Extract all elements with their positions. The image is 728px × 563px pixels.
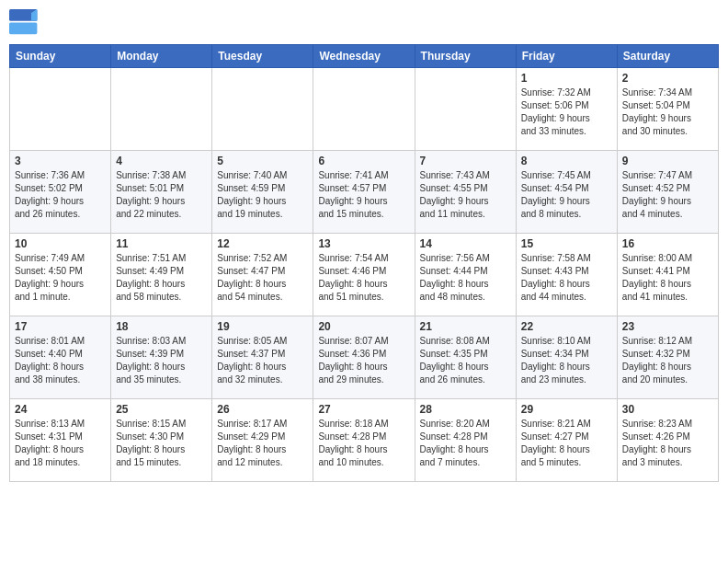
- day-info: Sunrise: 8:17 AMSunset: 4:29 PMDaylight:…: [217, 418, 308, 469]
- calendar-week-row: 3Sunrise: 7:36 AMSunset: 5:02 PMDaylight…: [10, 151, 719, 234]
- weekday-header-thursday: Thursday: [415, 45, 516, 68]
- day-info: Sunrise: 8:18 AMSunset: 4:28 PMDaylight:…: [318, 418, 409, 469]
- day-info: Sunrise: 8:20 AMSunset: 4:28 PMDaylight:…: [420, 418, 511, 469]
- day-number: 24: [15, 403, 106, 416]
- day-number: 28: [420, 403, 511, 416]
- calendar-cell: 7Sunrise: 7:43 AMSunset: 4:55 PMDaylight…: [415, 151, 516, 234]
- day-number: 8: [521, 155, 612, 167]
- calendar-cell: 8Sunrise: 7:45 AMSunset: 4:54 PMDaylight…: [516, 151, 617, 234]
- day-number: 2: [622, 72, 713, 85]
- calendar-cell: 4Sunrise: 7:38 AMSunset: 5:01 PMDaylight…: [111, 151, 212, 234]
- day-info: Sunrise: 8:01 AMSunset: 4:40 PMDaylight:…: [15, 335, 106, 386]
- day-info: Sunrise: 8:07 AMSunset: 4:36 PMDaylight:…: [318, 335, 409, 386]
- day-number: 11: [116, 237, 207, 250]
- calendar-table: SundayMondayTuesdayWednesdayThursdayFrid…: [9, 44, 719, 482]
- day-number: 25: [116, 403, 207, 416]
- weekday-header-saturday: Saturday: [617, 45, 718, 68]
- page-header: [9, 9, 719, 35]
- calendar-cell: 19Sunrise: 8:05 AMSunset: 4:37 PMDayligh…: [212, 316, 313, 399]
- day-info: Sunrise: 7:45 AMSunset: 4:54 PMDaylight:…: [521, 169, 612, 221]
- day-number: 4: [116, 155, 207, 167]
- day-number: 17: [15, 320, 106, 333]
- day-number: 19: [217, 320, 308, 333]
- logo: [9, 9, 42, 35]
- day-number: 9: [622, 155, 713, 167]
- day-info: Sunrise: 8:23 AMSunset: 4:26 PMDaylight:…: [622, 418, 713, 469]
- day-info: Sunrise: 8:15 AMSunset: 4:30 PMDaylight:…: [116, 418, 207, 469]
- calendar-cell: 21Sunrise: 8:08 AMSunset: 4:35 PMDayligh…: [415, 316, 516, 399]
- day-number: 7: [420, 155, 511, 167]
- calendar-cell: [212, 68, 313, 151]
- day-number: 18: [116, 320, 207, 333]
- day-info: Sunrise: 8:21 AMSunset: 4:27 PMDaylight:…: [521, 418, 612, 469]
- calendar-cell: 28Sunrise: 8:20 AMSunset: 4:28 PMDayligh…: [415, 399, 516, 482]
- calendar-cell: 25Sunrise: 8:15 AMSunset: 4:30 PMDayligh…: [111, 399, 212, 482]
- calendar-cell: 9Sunrise: 7:47 AMSunset: 4:52 PMDaylight…: [617, 151, 718, 234]
- weekday-header-monday: Monday: [111, 45, 212, 68]
- calendar-cell: 1Sunrise: 7:32 AMSunset: 5:06 PMDaylight…: [516, 68, 617, 151]
- calendar-header-row: SundayMondayTuesdayWednesdayThursdayFrid…: [10, 45, 719, 68]
- day-number: 23: [622, 320, 713, 333]
- day-info: Sunrise: 7:36 AMSunset: 5:02 PMDaylight:…: [15, 169, 106, 221]
- calendar-cell: [313, 68, 415, 151]
- day-info: Sunrise: 8:13 AMSunset: 4:31 PMDaylight:…: [15, 418, 106, 469]
- day-number: 5: [217, 155, 308, 167]
- day-info: Sunrise: 7:47 AMSunset: 4:52 PMDaylight:…: [622, 169, 713, 221]
- calendar-cell: 5Sunrise: 7:40 AMSunset: 4:59 PMDaylight…: [212, 151, 313, 234]
- weekday-header-sunday: Sunday: [10, 45, 111, 68]
- weekday-header-wednesday: Wednesday: [313, 45, 415, 68]
- day-number: 6: [318, 155, 409, 167]
- calendar-cell: 13Sunrise: 7:54 AMSunset: 4:46 PMDayligh…: [313, 234, 415, 316]
- calendar-cell: 10Sunrise: 7:49 AMSunset: 4:50 PMDayligh…: [10, 234, 111, 316]
- calendar-cell: 20Sunrise: 8:07 AMSunset: 4:36 PMDayligh…: [313, 316, 415, 399]
- calendar-cell: 6Sunrise: 7:41 AMSunset: 4:57 PMDaylight…: [313, 151, 415, 234]
- calendar-cell: 2Sunrise: 7:34 AMSunset: 5:04 PMDaylight…: [617, 68, 718, 151]
- day-info: Sunrise: 7:41 AMSunset: 4:57 PMDaylight:…: [318, 169, 409, 221]
- calendar-cell: 18Sunrise: 8:03 AMSunset: 4:39 PMDayligh…: [111, 316, 212, 399]
- day-info: Sunrise: 8:00 AMSunset: 4:41 PMDaylight:…: [622, 252, 713, 304]
- calendar-cell: 23Sunrise: 8:12 AMSunset: 4:32 PMDayligh…: [617, 316, 718, 399]
- calendar-cell: 16Sunrise: 8:00 AMSunset: 4:41 PMDayligh…: [617, 234, 718, 316]
- calendar-cell: 26Sunrise: 8:17 AMSunset: 4:29 PMDayligh…: [212, 399, 313, 482]
- day-info: Sunrise: 7:40 AMSunset: 4:59 PMDaylight:…: [217, 169, 308, 221]
- calendar-cell: 24Sunrise: 8:13 AMSunset: 4:31 PMDayligh…: [10, 399, 111, 482]
- day-info: Sunrise: 7:52 AMSunset: 4:47 PMDaylight:…: [217, 252, 308, 304]
- day-number: 10: [15, 237, 106, 250]
- calendar-week-row: 10Sunrise: 7:49 AMSunset: 4:50 PMDayligh…: [10, 234, 719, 316]
- day-number: 14: [420, 237, 511, 250]
- day-info: Sunrise: 7:49 AMSunset: 4:50 PMDaylight:…: [15, 252, 106, 304]
- weekday-header-friday: Friday: [516, 45, 617, 68]
- calendar-cell: 29Sunrise: 8:21 AMSunset: 4:27 PMDayligh…: [516, 399, 617, 482]
- calendar-cell: 15Sunrise: 7:58 AMSunset: 4:43 PMDayligh…: [516, 234, 617, 316]
- weekday-header-tuesday: Tuesday: [212, 45, 313, 68]
- day-number: 22: [521, 320, 612, 333]
- calendar-cell: 27Sunrise: 8:18 AMSunset: 4:28 PMDayligh…: [313, 399, 415, 482]
- day-number: 12: [217, 237, 308, 250]
- calendar-cell: 22Sunrise: 8:10 AMSunset: 4:34 PMDayligh…: [516, 316, 617, 399]
- day-info: Sunrise: 8:12 AMSunset: 4:32 PMDaylight:…: [622, 335, 713, 386]
- day-number: 26: [217, 403, 308, 416]
- day-info: Sunrise: 7:56 AMSunset: 4:44 PMDaylight:…: [420, 252, 511, 304]
- day-info: Sunrise: 7:43 AMSunset: 4:55 PMDaylight:…: [420, 169, 511, 221]
- day-info: Sunrise: 7:58 AMSunset: 4:43 PMDaylight:…: [521, 252, 612, 304]
- day-number: 13: [318, 237, 409, 250]
- calendar-cell: 30Sunrise: 8:23 AMSunset: 4:26 PMDayligh…: [617, 399, 718, 482]
- calendar-cell: 14Sunrise: 7:56 AMSunset: 4:44 PMDayligh…: [415, 234, 516, 316]
- day-info: Sunrise: 8:03 AMSunset: 4:39 PMDaylight:…: [116, 335, 207, 386]
- day-number: 20: [318, 320, 409, 333]
- calendar-cell: [111, 68, 212, 151]
- day-number: 15: [521, 237, 612, 250]
- day-number: 29: [521, 403, 612, 416]
- calendar-cell: 17Sunrise: 8:01 AMSunset: 4:40 PMDayligh…: [10, 316, 111, 399]
- logo-icon: [9, 9, 39, 35]
- calendar-cell: 11Sunrise: 7:51 AMSunset: 4:49 PMDayligh…: [111, 234, 212, 316]
- day-number: 1: [521, 72, 612, 85]
- day-info: Sunrise: 7:38 AMSunset: 5:01 PMDaylight:…: [116, 169, 207, 221]
- calendar-cell: 12Sunrise: 7:52 AMSunset: 4:47 PMDayligh…: [212, 234, 313, 316]
- day-info: Sunrise: 7:34 AMSunset: 5:04 PMDaylight:…: [622, 86, 713, 138]
- calendar-cell: [10, 68, 111, 151]
- day-info: Sunrise: 8:05 AMSunset: 4:37 PMDaylight:…: [217, 335, 308, 386]
- day-number: 30: [622, 403, 713, 416]
- day-number: 16: [622, 237, 713, 250]
- day-info: Sunrise: 7:51 AMSunset: 4:49 PMDaylight:…: [116, 252, 207, 304]
